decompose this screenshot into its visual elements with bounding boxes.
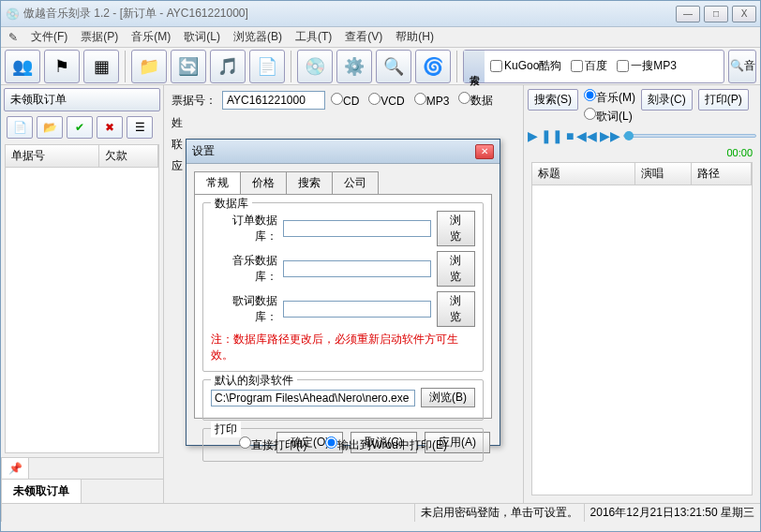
dialog-close-icon[interactable]: ✕ (475, 144, 494, 159)
browse-burn-path[interactable]: 浏览(B) (421, 388, 475, 407)
right-panel: 搜索(S) 音乐(M) 歌词(L) 刻录(C) 打印(P) ▶ ❚❚ ■ ◀◀ … (524, 85, 760, 503)
left-header: 未领取订单 (4, 88, 160, 111)
seek-slider[interactable] (623, 134, 756, 138)
radio-data[interactable]: 数据 (458, 92, 493, 109)
menu-view[interactable]: 查看(V) (345, 29, 382, 45)
radio-vcd[interactable]: VCD (368, 93, 404, 108)
tool-spin-icon[interactable]: 🌀 (415, 50, 451, 83)
media-player: ▶ ❚❚ ■ ◀◀ ▶▶ (528, 128, 756, 143)
left-tab-pin-icon[interactable]: 📌 (1, 457, 29, 479)
left-panel: 未领取订单 📄 📂 ✔ ✖ ☰ 单据号 欠款 📌 未领取订单 (1, 85, 164, 503)
ticket-label: 票据号： (172, 93, 216, 109)
tool-flag-icon[interactable]: ⚑ (44, 50, 80, 83)
tool-refresh-icon[interactable]: 🔄 (171, 50, 206, 83)
col-ticket-no[interactable]: 单据号 (6, 145, 99, 167)
input-lyrics-db[interactable] (283, 301, 431, 318)
tab-company[interactable]: 公司 (332, 171, 379, 194)
check-baidu[interactable]: 百度 (571, 58, 607, 74)
search-go-button[interactable]: 🔍音 (728, 50, 756, 83)
left-check-icon[interactable]: ✔ (67, 116, 93, 139)
label-lyrics-db: 歌词数据库： (211, 293, 277, 325)
check-kugoo[interactable]: KuGoo酷狗 (490, 58, 561, 74)
input-music-db[interactable] (283, 260, 431, 277)
group-print-title: 打印 (211, 421, 241, 437)
tool-doc-icon[interactable]: 📄 (249, 50, 285, 83)
pause-icon[interactable]: ❚❚ (541, 128, 563, 143)
print-button[interactable]: 打印(P) (698, 89, 749, 111)
app-small-icon: ✎ (8, 31, 18, 44)
check-yisou[interactable]: 一搜MP3 (617, 58, 677, 74)
group-print: 打印 直接打印(I) 输出到Wrod中打印(E) (202, 428, 484, 462)
radio-print-word[interactable]: 输出到Wrod中打印(E) (325, 436, 446, 453)
left-new-icon[interactable]: 📄 (7, 116, 33, 139)
group-burn-title: 默认的刻录软件 (211, 373, 297, 389)
radio-cd[interactable]: CD (331, 93, 359, 108)
menu-lyrics[interactable]: 歌词(L) (184, 29, 220, 45)
label-music-db: 音乐数据库： (211, 253, 277, 285)
input-order-db[interactable] (283, 220, 431, 237)
status-message[interactable]: 未启用密码登陆，单击可设置。 (414, 504, 584, 522)
radio-lyrics[interactable]: 歌词(L) (584, 108, 635, 125)
play-icon[interactable]: ▶ (528, 128, 538, 143)
tool-gear-icon[interactable]: ⚙️ (336, 50, 372, 83)
time-label: 00:00 (528, 147, 756, 158)
group-db-title: 数据库 (211, 196, 252, 212)
radio-mp3[interactable]: MP3 (414, 93, 450, 108)
tool-disc-icon[interactable]: 💿 (297, 50, 333, 83)
left-delete-icon[interactable]: ✖ (97, 116, 123, 139)
col-debt[interactable]: 欠款 (99, 145, 158, 167)
maximize-button[interactable]: □ (704, 6, 728, 22)
close-button[interactable]: X (732, 6, 756, 22)
menu-help[interactable]: 帮助(H) (395, 29, 434, 45)
menu-receipt[interactable]: 票据(P) (81, 29, 118, 45)
dialog-title: 设置 (192, 143, 475, 159)
mid-row3-label: 联 (172, 137, 183, 153)
search-label: 搜索 (464, 51, 485, 82)
browse-lyrics-db[interactable]: 浏览 (437, 291, 476, 327)
group-burn: 默认的刻录软件 浏览(B) (202, 379, 484, 421)
tool-note-icon[interactable]: 🎵 (210, 50, 246, 83)
tool-globe-search-icon[interactable]: 🔍 (376, 50, 411, 83)
minimize-button[interactable]: — (676, 6, 700, 22)
tool-folder-icon[interactable]: 📁 (131, 50, 167, 83)
mid-row4-label: 应 (172, 158, 183, 174)
input-burn-path[interactable] (211, 390, 415, 406)
menu-music[interactable]: 音乐(M) (131, 29, 171, 45)
tab-search[interactable]: 搜索 (286, 171, 333, 194)
right-table: 标题 演唱 路径 (531, 162, 753, 495)
left-table: 单据号 欠款 (5, 144, 159, 453)
app-icon: 💿 (5, 7, 20, 22)
prev-icon[interactable]: ◀◀ (576, 128, 597, 143)
label-order-db: 订单数据库： (211, 213, 277, 244)
browse-order-db[interactable]: 浏览 (437, 211, 476, 246)
menu-tools[interactable]: 工具(T) (295, 29, 332, 45)
window-title: 傲越音乐刻录 1.2 - [新订单 - AYC161221000] (23, 6, 676, 22)
left-props-icon[interactable]: ☰ (127, 116, 153, 139)
tab-general[interactable]: 常规 (194, 171, 241, 194)
tab-price[interactable]: 价格 (240, 171, 287, 194)
search-button[interactable]: 搜索(S) (528, 89, 578, 111)
left-open-icon[interactable]: 📂 (37, 116, 63, 139)
col-title[interactable]: 标题 (532, 163, 635, 185)
menubar: ✎ 文件(F) 票据(P) 音乐(M) 歌词(L) 浏览器(B) 工具(T) 查… (1, 27, 760, 48)
col-path[interactable]: 路径 (692, 163, 752, 185)
burn-button[interactable]: 刻录(C) (641, 89, 693, 111)
stop-icon[interactable]: ■ (566, 128, 574, 143)
browse-music-db[interactable]: 浏览 (437, 251, 476, 287)
menu-file[interactable]: 文件(F) (31, 29, 67, 45)
radio-music[interactable]: 音乐(M) (584, 89, 635, 106)
ticket-input[interactable] (222, 91, 325, 110)
col-singer[interactable]: 演唱 (635, 163, 692, 185)
next-icon[interactable]: ▶▶ (600, 128, 620, 143)
menu-browser[interactable]: 浏览器(B) (233, 29, 282, 45)
tool-users-icon[interactable]: 👥 (5, 50, 40, 83)
db-warning: 注：数据库路径更改后，必须重新启动软件方可生效。 (211, 332, 475, 363)
statusbar: 未启用密码登陆，单击可设置。 2016年12月21日13:21:50 星期三 (1, 503, 760, 522)
search-panel: 搜索 KuGoo酷狗 百度 一搜MP3 (463, 50, 724, 83)
status-datetime: 2016年12月21日13:21:50 星期三 (584, 504, 760, 522)
toolbar: 👥 ⚑ ▦ 📁 🔄 🎵 📄 💿 ⚙️ 🔍 🌀 搜索 KuGoo酷狗 百度 一搜M… (1, 48, 760, 85)
radio-print-direct[interactable]: 直接打印(I) (239, 436, 306, 453)
tool-calendar-icon[interactable]: ▦ (83, 50, 119, 83)
settings-dialog: 设置 ✕ 常规 价格 搜索 公司 数据库 订单数据库： 浏览 音乐数据库： 浏览 (186, 139, 500, 446)
left-tab-pending[interactable]: 未领取订单 (1, 479, 82, 503)
